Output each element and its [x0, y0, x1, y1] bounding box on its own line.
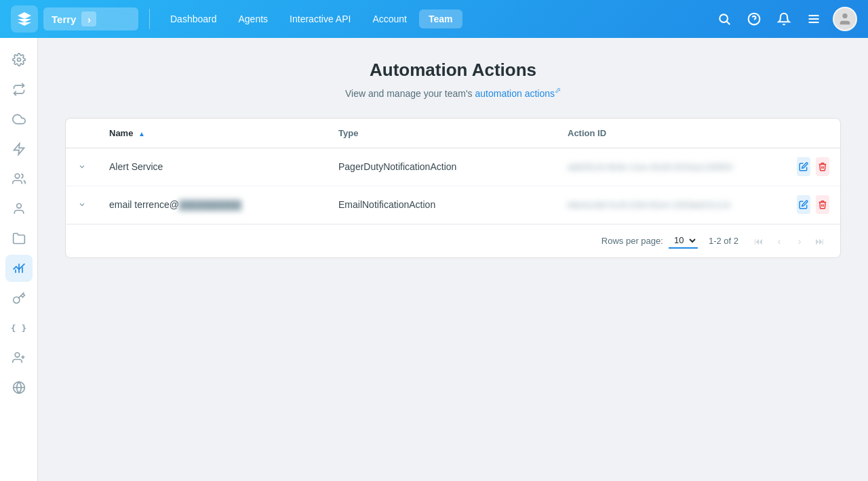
page-info: 1-2 of 2 — [709, 236, 738, 246]
svg-marker-9 — [14, 144, 24, 155]
svg-point-7 — [842, 14, 847, 18]
row-2-edit-button[interactable] — [797, 195, 810, 214]
first-page-button[interactable]: ⏮ — [749, 232, 768, 251]
team-name-label: Terry — [52, 14, 76, 25]
sidebar-item-transfers[interactable] — [5, 76, 33, 103]
row-2-action-id: b9e3c2d0-5c4f-22fd-92e4-1353bd241114 — [557, 191, 786, 218]
svg-point-8 — [17, 58, 20, 62]
row-1-expand-cell — [66, 159, 98, 175]
page-title: Automation Actions — [65, 60, 841, 81]
main-content: Automation Actions View and manage your … — [38, 38, 868, 481]
sidebar-item-folders[interactable] — [5, 225, 33, 252]
row-1-delete-button[interactable] — [816, 157, 829, 176]
sidebar-item-team-users[interactable] — [5, 344, 33, 371]
table-row: Alert Service PagerDutyNotificationActio… — [66, 148, 840, 186]
automation-actions-table: Name ▲ Type Action ID Alert Service P — [65, 118, 841, 258]
nav-link-team[interactable]: Team — [419, 9, 462, 28]
col-name-label: Name — [109, 128, 133, 138]
sidebar: { } — [0, 38, 38, 481]
col-header-action-id[interactable]: Action ID — [557, 125, 786, 141]
notifications-button[interactable] — [773, 8, 795, 30]
prev-page-button[interactable]: ‹ — [770, 232, 789, 251]
sort-ascending-icon: ▲ — [138, 130, 145, 138]
nav-link-account[interactable]: Account — [363, 9, 416, 28]
sidebar-item-integrations[interactable] — [5, 135, 33, 163]
row-1-expand-button[interactable] — [74, 159, 90, 175]
col-header-actions — [786, 125, 840, 141]
row-2-actions-cell — [786, 187, 840, 222]
svg-point-11 — [16, 204, 21, 209]
pagination-buttons: ⏮ ‹ › ⏭ — [749, 232, 829, 251]
row-1-type: PagerDutyNotificationAction — [328, 153, 557, 180]
svg-point-10 — [15, 174, 20, 179]
help-button[interactable] — [743, 8, 765, 30]
sidebar-item-users[interactable] — [5, 165, 33, 192]
row-1-name: Alert Service — [98, 153, 328, 180]
row-2-type: EmailNotificationAction — [328, 191, 557, 218]
row-2-name-blurred: ██████████ — [179, 200, 241, 210]
sidebar-item-settings[interactable] — [5, 46, 33, 73]
automation-actions-link[interactable]: automation actions⬀ — [475, 88, 561, 99]
nav-link-agents[interactable]: Agents — [229, 9, 278, 28]
row-1-edit-button[interactable] — [797, 157, 810, 176]
svg-point-15 — [15, 353, 20, 358]
main-layout: { } Automation Actions View and manage y… — [0, 38, 868, 481]
row-2-expand-cell — [66, 196, 98, 213]
nav-links: Dashboard Agents Interactive API Account… — [161, 9, 713, 28]
table-row: email terrence@██████████ EmailNotificat… — [66, 186, 840, 224]
row-2-action-buttons — [797, 195, 829, 214]
search-button[interactable] — [713, 8, 735, 30]
row-1-action-buttons — [797, 157, 829, 176]
rows-per-page-select[interactable]: 5 10 25 50 — [669, 233, 698, 249]
top-action-buttons — [713, 7, 857, 31]
next-page-button[interactable]: › — [790, 232, 809, 251]
nav-link-dashboard[interactable]: Dashboard — [161, 9, 226, 28]
logo — [11, 5, 38, 33]
subtitle-prefix: View and manage your team's — [345, 88, 475, 99]
page-subtitle: View and manage your team's automation a… — [65, 86, 841, 99]
sidebar-item-automation[interactable] — [5, 255, 33, 282]
sidebar-item-globe[interactable] — [5, 374, 33, 401]
external-link-icon: ⬀ — [555, 86, 561, 94]
row-2-action-id-value: b9e3c2d0-5c4f-22fd-92e4-1353bd241114 — [568, 200, 730, 210]
sidebar-item-cloud[interactable] — [5, 106, 33, 133]
row-1-actions-cell — [786, 149, 840, 184]
col-header-expand — [66, 125, 98, 141]
svg-line-1 — [727, 22, 730, 25]
pagination-row: Rows per page: 5 10 25 50 1-2 of 2 ⏮ ‹ ›… — [66, 224, 840, 257]
svg-point-0 — [719, 14, 728, 22]
sidebar-item-user[interactable] — [5, 195, 33, 222]
rows-per-page: Rows per page: 5 10 25 50 — [601, 233, 698, 249]
row-1-action-id: a8d2f1c9-4b3e-11ec-81d3-0242ac130003 — [557, 153, 786, 180]
team-selector-button[interactable]: Terry › — [43, 7, 138, 30]
row-2-delete-button[interactable] — [816, 195, 829, 214]
last-page-button[interactable]: ⏭ — [810, 232, 829, 251]
col-header-type[interactable]: Type — [328, 125, 557, 141]
nav-link-interactive-api[interactable]: Interactive API — [280, 9, 360, 28]
top-navigation: Terry › Dashboard Agents Interactive API… — [0, 0, 868, 38]
nav-divider — [149, 9, 150, 29]
chevron-right-icon: › — [81, 12, 96, 26]
menu-button[interactable] — [803, 8, 825, 30]
user-avatar[interactable] — [833, 7, 857, 31]
row-2-expand-button[interactable] — [74, 196, 90, 213]
sidebar-item-keys[interactable] — [5, 285, 33, 312]
table-header-row: Name ▲ Type Action ID — [66, 119, 840, 148]
row-1-action-id-value: a8d2f1c9-4b3e-11ec-81d3-0242ac130003 — [568, 162, 732, 172]
col-header-name[interactable]: Name ▲ — [98, 125, 328, 141]
rows-per-page-label: Rows per page: — [601, 236, 663, 246]
sidebar-item-api[interactable]: { } — [5, 314, 33, 341]
subtitle-link-text: automation actions — [475, 88, 555, 99]
row-2-name: email terrence@██████████ — [98, 191, 328, 218]
